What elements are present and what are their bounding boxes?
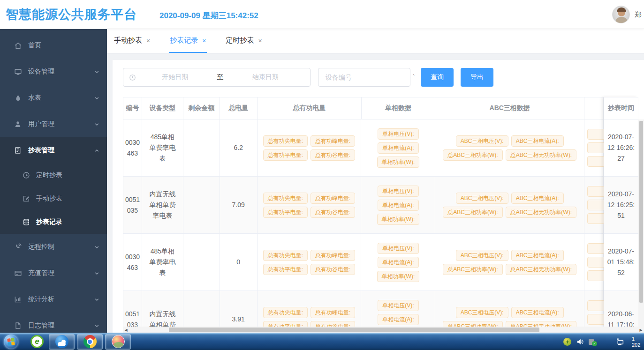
tag: 单相功率(W): (377, 271, 420, 282)
tag: 总ABC三相无功功率(W): (506, 264, 576, 275)
date-range-picker[interactable]: 开始日期 至 结束日期 (123, 68, 311, 87)
sidebar-item-recharge[interactable]: 充值管理 (0, 260, 107, 286)
close-icon[interactable]: × (258, 37, 262, 45)
sidebar-item-home[interactable]: 首页 (0, 32, 107, 59)
cell-reading-time: 2020-06-11 17:10: (604, 291, 638, 327)
cell-abc-phase: ABC三相电压(V):ABC三相电流(A): 总ABC三相功率(W):总ABC三… (435, 119, 584, 176)
start-button[interactable] (4, 335, 18, 349)
sidebar-item-label: 手动抄表 (36, 194, 62, 203)
horizontal-scrollbar[interactable]: ◀ ▶ (123, 327, 644, 333)
close-icon[interactable]: × (202, 37, 206, 45)
tag: 单相电流(A): (378, 257, 418, 268)
cell-active-energy: 总有功尖电量:总有功峰电量: 总有功平电量:总有功谷电量: (258, 234, 362, 290)
user-name: 郑 (635, 10, 644, 19)
scroll-left-icon[interactable]: ◀ (123, 327, 129, 333)
taskbar-clock[interactable]: 1 202 (632, 336, 644, 348)
tag: ABC三相电压(V): (456, 307, 508, 318)
clipped-tag (587, 270, 604, 281)
water-drop-icon (14, 94, 22, 102)
start-date-placeholder[interactable]: 开始日期 (136, 73, 214, 82)
sidebar-item-meter-management[interactable]: 抄表管理 (0, 137, 107, 164)
horizontal-scroll-track[interactable] (129, 327, 638, 333)
horizontal-scroll-thumb[interactable] (169, 328, 539, 332)
tag: 总ABC三相无功功率(W): (506, 207, 576, 218)
sidebar-item-water-meter[interactable]: 水表 (0, 85, 107, 111)
browser-360-icon[interactable]: e (30, 335, 44, 348)
sidebar-item-users[interactable]: 用户管理 (0, 111, 107, 137)
cell-device-id: 0030463 (123, 234, 142, 290)
check-icon: ✓ (592, 341, 597, 346)
tag: ABC三相电压(V): (456, 135, 508, 147)
top-header: 智慧能源公共服务平台 2020-09-09 星期三15:42:52 郑 (0, 0, 644, 29)
scroll-right-icon[interactable]: ▶ (638, 327, 644, 333)
sidebar-item-logs[interactable]: 日志管理 (0, 313, 107, 333)
table-row[interactable]: 0030463 485单相单费率电表 6.2 总有功尖电量:总有功峰电量: 总有… (123, 119, 604, 177)
tag: ABC三相电流(A): (511, 307, 564, 318)
chevron-down-icon (94, 69, 99, 74)
sidebar-item-devices[interactable]: 设备管理 (0, 59, 107, 85)
remote-control-icon (14, 243, 22, 251)
sidebar-item-statistics[interactable]: 统计分析 (0, 286, 107, 313)
cell-single-phase: 单相电压(V): 单相电流(A): 单相功率(W): (361, 119, 435, 176)
taskbar-button-qq-browser[interactable] (49, 334, 75, 350)
col-header-single-phase: 单相数据 (362, 97, 436, 119)
tab-reading-records[interactable]: 抄表记录 × (169, 29, 207, 53)
sidebar-group-meter-reading: 抄表管理 定时抄表 手动抄表 抄表记录 (0, 137, 107, 234)
chevron-down-icon (94, 297, 99, 302)
network-icon[interactable] (615, 337, 625, 346)
database-icon (22, 218, 30, 226)
cell-clipped-tags (584, 234, 604, 290)
tab-bar: 手动抄表 × 抄表记录 × 定时抄表 × (107, 29, 644, 53)
taskbar-button-photo-app[interactable] (105, 334, 131, 350)
sidebar-item-remote-control[interactable]: 远程控制 (0, 234, 107, 260)
tag: 总ABC三相功率(W): (443, 149, 502, 161)
monitor-icon (14, 67, 22, 76)
sidebar-item-manual-reading[interactable]: 手动抄表 (0, 187, 107, 210)
search-button[interactable]: 查询 (421, 68, 454, 87)
card-icon (14, 269, 22, 277)
sidebar-item-label: 充值管理 (28, 269, 54, 277)
cell-total-energy: 7.09 (220, 177, 258, 233)
vertical-scrollbar[interactable] (638, 119, 644, 327)
device-id-input[interactable] (318, 68, 410, 87)
close-icon[interactable]: × (146, 37, 150, 45)
content-area: 开始日期 至 结束日期 ` 查询 导出 编号 设备类型 剩余金额 总电量 (107, 53, 644, 333)
tab-scheduled-reading[interactable]: 定时抄表 × (225, 29, 263, 53)
chevron-down-icon (94, 122, 99, 127)
clipped-tag (587, 186, 604, 197)
sidebar-item-scheduled-reading[interactable]: 定时抄表 (0, 164, 107, 187)
vertical-scroll-thumb[interactable] (639, 121, 643, 303)
cell-device-id: 0051035 (123, 177, 142, 233)
tag: 总有功尖电量: (263, 250, 308, 261)
col-header-balance: 剩余金额 (183, 97, 220, 119)
export-button[interactable]: 导出 (461, 68, 493, 87)
tag: 总有功谷电量: (311, 207, 355, 218)
cell-device-type: 485单相单费率电表 (142, 234, 183, 290)
table-row[interactable]: 0030463 485单相单费率电表 0 总有功尖电量:总有功峰电量: 总有功平… (123, 234, 604, 291)
tag: 单相电压(V): (378, 186, 418, 197)
table-row[interactable]: 0051035 内置无线单相单费率电表 7.09 总有功尖电量:总有功峰电量: … (123, 177, 604, 234)
end-date-placeholder[interactable]: 结束日期 (227, 73, 305, 82)
sidebar-item-reading-records[interactable]: 抄表记录 (0, 210, 107, 234)
taskbar-button-chrome[interactable] (77, 334, 103, 350)
clipped-tag (587, 142, 604, 153)
tag: 总有功谷电量: (311, 321, 355, 327)
tag: 单相功率(W): (377, 214, 420, 225)
usb-icon[interactable]: ✓ (588, 338, 597, 346)
col-header-active-energy: 总有功电量 (258, 97, 362, 119)
avatar[interactable] (612, 6, 630, 23)
speaker-icon[interactable] (576, 338, 585, 346)
filter-bar: 开始日期 至 结束日期 ` 查询 导出 (123, 68, 493, 87)
tag: 总有功平电量: (263, 149, 308, 161)
tab-manual-reading[interactable]: 手动抄表 × (113, 29, 151, 53)
tag: 总有功谷电量: (311, 149, 355, 161)
cell-balance (183, 177, 220, 233)
table-row[interactable]: 0051033 内置无线单相单费 3.91 总有功尖电量:总有功峰电量: 总有功… (123, 291, 604, 327)
tag: 单相电压(V): (378, 243, 418, 254)
user-area[interactable]: 郑 (612, 0, 644, 29)
360-tray-icon[interactable]: + (563, 338, 571, 346)
clipped-tag (587, 129, 604, 140)
cell-device-type: 内置无线单相单费 (142, 291, 183, 327)
tag: 总ABC三相功率(W): (443, 207, 502, 218)
clipped-tag (587, 213, 604, 224)
